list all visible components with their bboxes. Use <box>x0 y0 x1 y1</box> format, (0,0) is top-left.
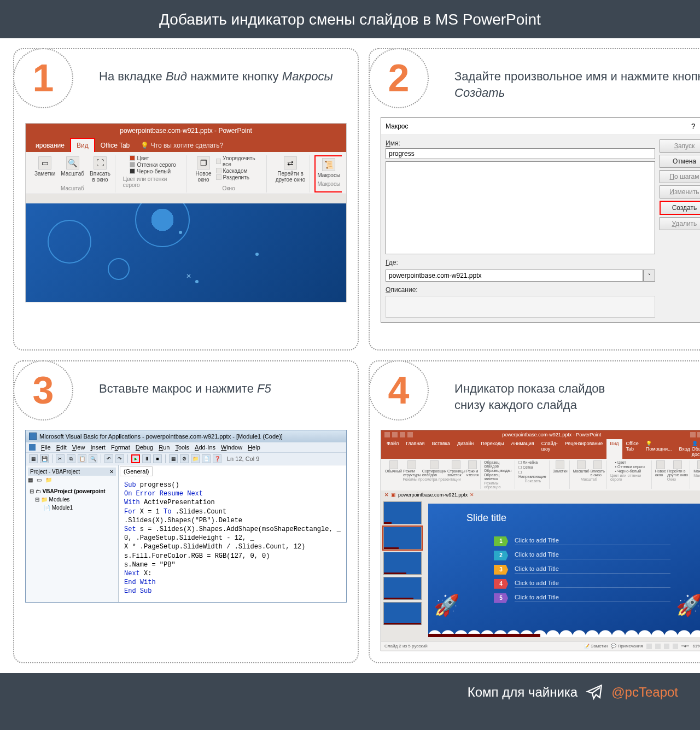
rb-grid[interactable]: ☐ Сетка <box>518 465 533 470</box>
vba-code-pane[interactable]: (General) Sub progress() On Error Resume… <box>119 465 346 602</box>
ribbon-fit-button[interactable]: ⛶Вписать в окно <box>89 155 112 184</box>
vba-tb-icon[interactable]: ❓ <box>213 454 221 463</box>
ribbon-zoom-button[interactable]: 🔍Масштаб <box>60 155 85 178</box>
qat-icon[interactable] <box>384 432 390 437</box>
vba-proj-tb-icon[interactable]: ▦ <box>28 477 36 484</box>
rb-color[interactable]: ▪ Цвет <box>615 460 626 464</box>
help-icon[interactable]: ? <box>691 122 696 131</box>
vba-menu-tools[interactable]: Tools <box>175 444 189 451</box>
vba-tb-pause-icon[interactable]: ⏸ <box>142 454 151 463</box>
rb-ruler[interactable]: ☐ Линейка <box>518 460 538 465</box>
tab-design[interactable]: Дизайн <box>454 439 477 459</box>
macro-list[interactable] <box>386 161 655 254</box>
ppt-tab-office[interactable]: Office Tab <box>95 139 136 152</box>
rb-zoom[interactable] <box>577 460 586 469</box>
macro-name-input[interactable] <box>386 148 655 159</box>
view-icon[interactable] <box>655 644 661 649</box>
status-notes[interactable]: 📝 Заметки <box>584 644 608 649</box>
ribbon-split-item[interactable]: Разделить <box>216 174 263 180</box>
tab-slideshow[interactable]: Слайд-шоу <box>538 439 561 459</box>
thumb-4[interactable] <box>383 577 422 600</box>
vba-tb-undo-icon[interactable]: ↶ <box>104 454 113 463</box>
rb-bw[interactable]: ▪ Черно-белый <box>615 469 641 473</box>
rb-guides[interactable]: ☐ Направляющие <box>518 470 547 478</box>
rb-sorter[interactable] <box>430 460 439 469</box>
share-button[interactable]: 👤 Общий доступ <box>692 441 700 457</box>
thumb-2[interactable] <box>383 527 422 550</box>
qat-icon[interactable] <box>400 432 405 437</box>
zoom-slider[interactable]: ━●━ <box>681 644 690 649</box>
vba-menu-format[interactable]: Format <box>111 444 130 451</box>
vba-menu-debug[interactable]: Debug <box>136 444 153 451</box>
status-comments[interactable]: 💬 Примечания <box>611 644 643 649</box>
macro-run-button[interactable]: Запуск <box>660 139 700 153</box>
ppt-tab-help[interactable]: 💡 Что вы хотите сделать? <box>135 139 229 152</box>
rb-fit[interactable] <box>593 460 602 469</box>
tab-view[interactable]: Вид <box>606 439 622 459</box>
vba-module1[interactable]: 📄 Module1 <box>30 504 114 512</box>
qat-icon[interactable] <box>392 432 398 437</box>
thumb-3[interactable] <box>383 552 422 575</box>
doc-filename[interactable]: powerpointbase.com-w921.pptx <box>398 492 468 498</box>
rb-notesmaster[interactable]: Образец заметок <box>484 473 513 481</box>
vba-tb-paste-icon[interactable]: 📋 <box>78 454 86 463</box>
vba-modules-folder[interactable]: ⊟ 📁 Modules <box>30 495 114 504</box>
rb-notes-btn[interactable] <box>556 460 564 469</box>
ribbon-arrange-item[interactable]: Упорядочить все <box>216 155 263 167</box>
rb-switch[interactable] <box>673 460 682 469</box>
vba-tb-icon[interactable]: 📄 <box>202 454 211 463</box>
rb-normal[interactable] <box>389 460 398 469</box>
vba-tb-cut-icon[interactable]: ✂ <box>56 454 65 463</box>
vba-tb-icon[interactable]: 📁 <box>191 454 200 463</box>
tab-transitions[interactable]: Переходы <box>477 439 507 459</box>
vba-menu-insert[interactable]: Insert <box>90 444 106 451</box>
vba-menu-run[interactable]: Run <box>159 444 170 451</box>
vba-tb-icon[interactable]: ▦ <box>169 454 178 463</box>
ribbon-notes-button[interactable]: ▭Заметки <box>33 155 56 178</box>
vba-tb-find-icon[interactable]: 🔍 <box>89 454 97 463</box>
ppt-tab-prev[interactable]: ирование <box>30 139 70 152</box>
tab-home[interactable]: Главная <box>402 439 428 459</box>
rb-macros[interactable] <box>697 460 700 469</box>
tab-insert[interactable]: Вставка <box>428 439 453 459</box>
vba-tb-redo-icon[interactable]: ↷ <box>115 454 124 463</box>
rb-gray[interactable]: ▪ Оттенки серого <box>615 465 645 469</box>
macro-edit-button[interactable]: Изменить <box>660 185 700 198</box>
view-icon[interactable] <box>646 644 652 649</box>
ribbon-newwindow-button[interactable]: ❐Новое окно <box>194 155 212 184</box>
window-max-icon[interactable] <box>697 432 700 437</box>
view-icon[interactable] <box>664 644 669 649</box>
view-icon[interactable] <box>673 644 678 649</box>
rb-outline[interactable] <box>407 460 416 469</box>
vba-proj-tb-icon[interactable]: 📁 <box>45 477 53 484</box>
macro-step-button[interactable]: По шагам <box>660 170 700 183</box>
ribbon-color-item[interactable]: Цвет <box>130 155 176 161</box>
vba-tb-run-icon[interactable]: ▸ <box>131 454 140 463</box>
vba-proj-tb-icon[interactable]: ▭ <box>37 477 44 484</box>
rb-notespage[interactable] <box>452 460 460 469</box>
ppt-tab-view[interactable]: Вид <box>70 138 95 152</box>
signin-link[interactable]: Вход <box>679 446 690 452</box>
ribbon-macros-button[interactable]: 📜Макросы <box>316 157 341 179</box>
thumb-5[interactable] <box>383 602 422 625</box>
vba-tb-stop-icon[interactable]: ■ <box>153 454 162 463</box>
vba-tb-icon[interactable]: 💾 <box>40 454 49 463</box>
tab-animations[interactable]: Анимация <box>508 439 537 459</box>
rb-handoutmaster[interactable]: Образец выдач <box>484 469 511 472</box>
macro-where-combo[interactable] <box>386 270 643 282</box>
macro-cancel-button[interactable]: Отмена <box>660 155 700 168</box>
ribbon-cascade-item[interactable]: Каскадом <box>216 168 263 174</box>
doc-close-icon[interactable]: ✕ <box>384 492 389 498</box>
close-icon[interactable]: ✕ <box>109 469 114 475</box>
vba-code-dropdown[interactable]: (General) <box>120 466 153 476</box>
vba-menu-help[interactable]: Help <box>248 444 260 451</box>
ribbon-bw-item[interactable]: Черно-белый <box>130 168 176 174</box>
ribbon-switch-button[interactable]: ⇄Перейти в другое окно <box>275 155 307 184</box>
macro-delete-button[interactable]: Удалить <box>660 217 700 230</box>
vba-menu-window[interactable]: Window <box>221 444 242 451</box>
vba-tb-icon[interactable]: ▦ <box>29 454 38 463</box>
vba-tb-copy-icon[interactable]: ⧉ <box>67 454 75 463</box>
vba-menu-view[interactable]: View <box>72 444 85 451</box>
vba-project-root[interactable]: ⊟ 🗀 VBAProject (powerpoint <box>30 487 114 495</box>
macro-desc-box[interactable] <box>386 296 655 318</box>
